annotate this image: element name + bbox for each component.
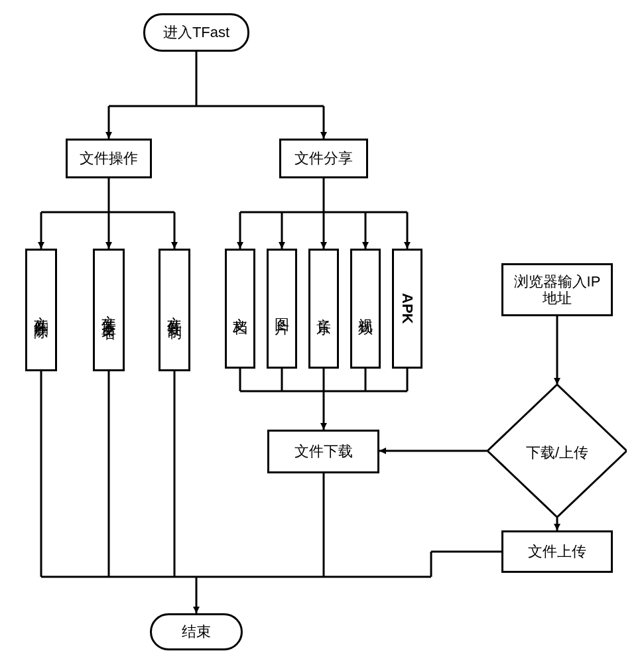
label-download: 文件下载 [294, 443, 353, 459]
label-share-video: 视频 [357, 306, 373, 312]
node-op-copy: 文件复制 [159, 249, 190, 371]
node-file-ops: 文件操作 [66, 139, 152, 178]
label-share-music: 音乐 [315, 306, 332, 312]
label-start: 进入TFast [163, 24, 229, 40]
label-op-delete: 文件删除 [32, 305, 49, 316]
node-share-music: 音乐 [308, 249, 339, 369]
node-op-delete: 文件删除 [25, 249, 57, 371]
node-share-img: 图片 [267, 249, 297, 369]
label-share-img: 图片 [273, 306, 290, 312]
node-share-video: 视频 [350, 249, 381, 369]
label-decision: 下载/上传 [526, 444, 588, 461]
label-op-copy: 文件复制 [166, 305, 182, 316]
node-share-apk: APK [392, 249, 422, 369]
node-decision-dl-up: 下载/上传 [487, 385, 627, 517]
label-upload: 文件上传 [528, 543, 586, 560]
node-upload: 文件上传 [501, 530, 613, 573]
label-share-doc: 文档 [231, 306, 248, 312]
label-file-share: 文件分享 [294, 150, 353, 166]
label-browser-ip-l1: 浏览器输入IP [514, 273, 601, 290]
label-file-ops: 文件操作 [80, 150, 138, 166]
label-op-rename: 文件重命名 [100, 304, 117, 317]
node-op-rename: 文件重命名 [93, 249, 125, 371]
node-download: 文件下载 [267, 430, 379, 473]
node-file-share: 文件分享 [279, 139, 368, 178]
node-start: 进入TFast [143, 13, 249, 52]
node-end: 结束 [150, 613, 243, 650]
label-share-apk: APK [399, 293, 415, 324]
node-share-doc: 文档 [225, 249, 255, 369]
label-end: 结束 [182, 623, 211, 640]
node-browser-ip: 浏览器输入IP 地址 [501, 263, 613, 316]
label-browser-ip-l2: 地址 [543, 290, 572, 306]
